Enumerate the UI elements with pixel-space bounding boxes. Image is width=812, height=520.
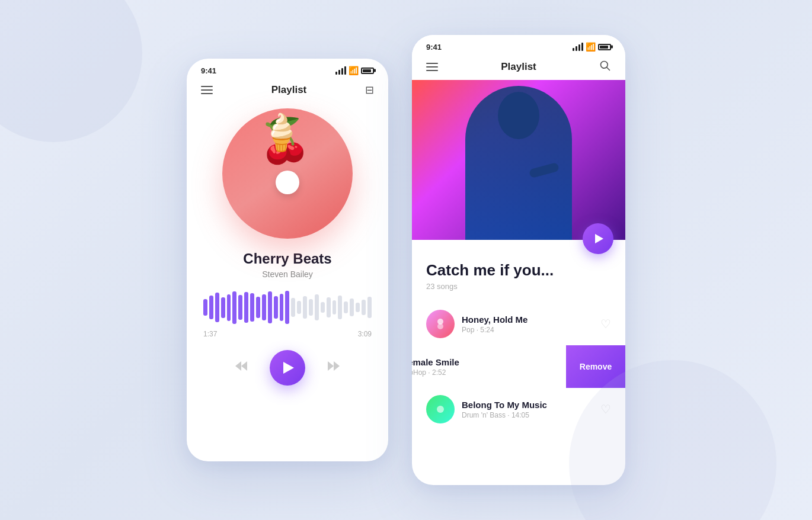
wave-bar: [344, 301, 348, 313]
song-item-2: Female Smile HipHop · 2:52: [412, 345, 566, 388]
wave-bar: [232, 291, 236, 324]
album-art: 🍒 🍦: [222, 108, 353, 239]
album-center-dot: [276, 171, 299, 194]
wave-bar: [291, 298, 295, 317]
current-time: 1:37: [203, 330, 217, 338]
nav-title-left: Playlist: [271, 84, 307, 96]
song-meta-2: Female Smile HipHop · 2:52: [412, 357, 552, 377]
wave-bar: [285, 291, 289, 324]
svg-marker-1: [241, 361, 247, 371]
hamburger-icon-right[interactable]: [426, 63, 438, 71]
waveform-container[interactable]: [187, 279, 388, 328]
svg-marker-3: [334, 361, 340, 371]
heart-button-1[interactable]: ♡: [600, 317, 611, 331]
next-button[interactable]: [327, 360, 341, 375]
search-icon[interactable]: [599, 60, 611, 74]
wave-bar: [321, 302, 325, 313]
wave-bar: [356, 303, 360, 312]
svg-marker-2: [328, 361, 334, 371]
nav-title-right: Playlist: [501, 61, 536, 73]
wave-bar: [280, 294, 284, 321]
wifi-icon-left: 📶: [349, 66, 359, 75]
battery-icon-left: [361, 68, 374, 74]
song-thumbnail-1: [426, 310, 455, 338]
svg-line-5: [606, 68, 609, 70]
wave-bar: [350, 298, 354, 316]
battery-icon-right: [598, 44, 611, 50]
svg-rect-9: [437, 406, 444, 413]
song-name-1: Honey, Hold Me: [462, 314, 593, 325]
wave-bar: [338, 296, 342, 319]
play-button[interactable]: [270, 350, 305, 386]
wave-bar: [268, 291, 272, 323]
top-nav-right: Playlist: [412, 56, 625, 80]
song-title: Cherry Beats: [243, 251, 331, 267]
wave-bar: [250, 293, 254, 322]
song-info-1: Pop · 5:24: [462, 326, 593, 334]
song-item-1: Honey, Hold Me Pop · 5:24 ♡: [412, 303, 625, 345]
wave-bar: [303, 296, 307, 319]
wave-bar: [256, 297, 260, 318]
song-name-2: Female Smile: [412, 357, 545, 367]
song-thumbnail-3: [426, 395, 455, 423]
song-name-3: Belong To My Music: [462, 400, 593, 410]
wave-bar: [244, 292, 248, 323]
wave-bar: [221, 297, 225, 318]
right-phone: 9:41 📶 Playlist: [412, 35, 625, 485]
wave-bar: [215, 293, 219, 322]
song-list: Honey, Hold Me Pop · 5:24 ♡ Female Smile…: [412, 298, 625, 435]
waveform[interactable]: [203, 291, 372, 324]
time-row: 1:37 3:09: [187, 328, 388, 341]
signal-bars-right: [573, 43, 583, 51]
wave-bar: [297, 301, 301, 314]
song-meta-3: Belong To My Music Drum 'n' Bass · 14:05: [455, 400, 600, 419]
song-item-3: Belong To My Music Drum 'n' Bass · 14:05…: [412, 388, 625, 431]
wave-bar: [209, 296, 213, 319]
wave-bar: [333, 300, 337, 314]
play-triangle-icon: [283, 362, 294, 374]
playlist-count: 23 songs: [426, 282, 611, 291]
song-meta-1: Honey, Hold Me Pop · 5:24: [455, 314, 600, 334]
heart-button-3[interactable]: ♡: [600, 402, 611, 416]
wave-bar: [203, 299, 207, 316]
status-bar-right: 9:41 📶: [412, 35, 625, 56]
signal-bars-left: [335, 66, 346, 75]
status-icons-right: 📶: [573, 42, 611, 52]
wave-bar: [362, 300, 366, 315]
time-left: 9:41: [201, 66, 216, 75]
playlist-play-button[interactable]: [583, 223, 613, 254]
wave-bar: [274, 296, 278, 319]
wave-bar: [315, 294, 319, 320]
wave-bar: [327, 297, 331, 317]
playlist-name: Catch me if you...: [426, 261, 611, 280]
wave-bar: [262, 294, 266, 320]
wave-bar: [238, 295, 242, 320]
song-item-wrapper-2: Female Smile HipHop · 2:52 Remove: [412, 345, 625, 388]
hero-image: [412, 80, 625, 240]
filter-icon[interactable]: ⊟: [365, 84, 374, 97]
playback-controls: [187, 341, 388, 397]
song-info-2: HipHop · 2:52: [412, 368, 545, 377]
wave-bar: [309, 299, 313, 316]
wave-bar: [367, 297, 372, 318]
remove-button[interactable]: Remove: [566, 345, 625, 388]
song-info-3: Drum 'n' Bass · 14:05: [462, 411, 593, 419]
top-nav-left: Playlist ⊟: [187, 80, 388, 102]
wifi-icon-right: 📶: [586, 42, 596, 52]
status-bar-left: 9:41 📶: [187, 59, 388, 80]
svg-point-7: [437, 323, 443, 329]
play-triangle-icon-overlay: [595, 234, 603, 243]
status-icons-left: 📶: [335, 66, 374, 75]
prev-button[interactable]: [234, 360, 248, 375]
hamburger-icon[interactable]: [201, 86, 213, 94]
svg-marker-0: [235, 361, 241, 371]
song-artist: Steven Bailey: [262, 269, 313, 279]
ice-cream-decoration: 🍦: [259, 111, 303, 153]
left-phone: 9:41 📶 Playlist ⊟ 🍒 🍦 C: [187, 59, 388, 461]
album-section: 🍒 🍦 Cherry Beats Steven Bailey: [187, 102, 388, 279]
wave-bar: [227, 294, 231, 321]
total-time: 3:09: [358, 330, 372, 338]
time-right: 9:41: [426, 43, 442, 52]
